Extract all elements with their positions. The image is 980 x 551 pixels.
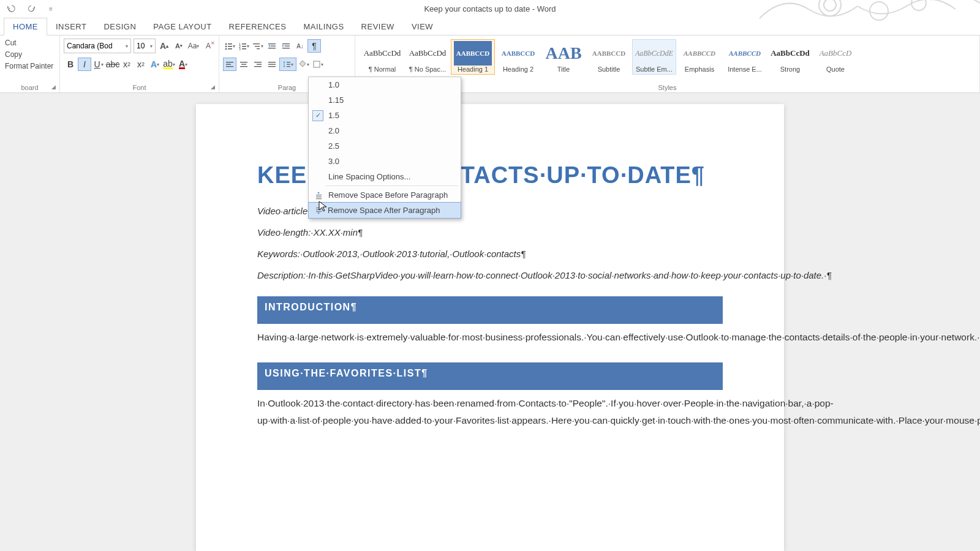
highlight-button[interactable]: ab▾ xyxy=(162,58,176,71)
line-spacing-2.5[interactable]: 2.5 xyxy=(309,138,461,154)
svg-rect-24 xyxy=(282,48,290,48)
svg-rect-16 xyxy=(253,43,260,44)
strikethrough-button[interactable]: abc xyxy=(106,58,119,71)
heading-introduction[interactable]: INTRODUCTION¶ xyxy=(257,296,723,324)
font-color-button[interactable]: A▾ xyxy=(176,58,190,71)
align-left-button[interactable] xyxy=(223,58,236,71)
line-spacing-2.0[interactable]: 2.0 xyxy=(309,123,461,138)
svg-rect-41 xyxy=(314,61,320,67)
subscript-button[interactable]: x2 xyxy=(120,58,134,71)
tab-page-layout[interactable]: PAGE LAYOUT xyxy=(145,18,220,35)
tab-home[interactable]: HOME xyxy=(4,18,47,36)
svg-rect-42 xyxy=(316,195,322,195)
clipboard-launcher[interactable]: ◢ xyxy=(50,84,57,91)
style--normal[interactable]: AaBbCcDd¶ Normal xyxy=(360,39,404,75)
clear-formatting-button[interactable]: A✕ xyxy=(202,39,214,53)
svg-rect-36 xyxy=(268,66,276,67)
heading-favorites[interactable]: USING·THE·FAVORITES·LIST¶ xyxy=(257,362,723,390)
tab-view[interactable]: VIEW xyxy=(403,18,442,35)
meta-line[interactable]: Keywords:·Outlook·2013,·Outlook·2013·tut… xyxy=(257,249,723,259)
group-label-font: Font◢ xyxy=(64,84,215,92)
tab-insert[interactable]: INSERT xyxy=(47,18,95,35)
remove-before-icon xyxy=(314,190,323,200)
svg-rect-5 xyxy=(228,43,232,45)
svg-rect-29 xyxy=(241,64,246,65)
font-size-combo[interactable]: 10▾ xyxy=(134,39,156,53)
copy-button[interactable]: Copy xyxy=(4,50,56,59)
svg-rect-22 xyxy=(282,43,290,44)
document-area[interactable]: KEEP·YOUR·CONTACTS·UP·TO·DATE¶ Video·art… xyxy=(0,93,980,551)
svg-rect-40 xyxy=(287,66,290,67)
shrink-font-button[interactable]: A▾ xyxy=(173,39,185,53)
redo-button[interactable] xyxy=(24,2,38,15)
body-paragraph[interactable]: In·Outlook·2013·the·contact·directory·ha… xyxy=(257,395,723,430)
style-subtitle[interactable]: AABBCCDSubtitle xyxy=(587,39,631,75)
borders-button[interactable]: ▾ xyxy=(311,58,325,71)
group-clipboard: Cut Copy Format Painter board◢ xyxy=(0,36,60,92)
shading-button[interactable]: ▾ xyxy=(297,58,311,71)
meta-line[interactable]: Description:·In·this·GetSharpVideo·you·w… xyxy=(257,270,723,280)
svg-rect-32 xyxy=(257,64,262,65)
style-emphasis[interactable]: AABBCCDEmphasis xyxy=(677,39,722,75)
tab-design[interactable]: DESIGN xyxy=(95,18,145,35)
style-title[interactable]: AABTitle xyxy=(541,39,586,75)
italic-button[interactable]: I xyxy=(78,58,91,71)
numbering-button[interactable]: 123▾ xyxy=(237,39,251,53)
bold-button[interactable]: B xyxy=(64,58,77,71)
svg-rect-45 xyxy=(316,208,322,208)
cut-button[interactable]: Cut xyxy=(4,38,56,48)
body-paragraph[interactable]: Having·a·large·network·is·extremely·valu… xyxy=(257,329,723,347)
line-spacing-options-item[interactable]: Line Spacing Options... xyxy=(309,169,461,184)
decrease-indent-button[interactable] xyxy=(265,39,279,53)
align-right-button[interactable] xyxy=(251,58,265,71)
svg-rect-21 xyxy=(268,48,276,48)
sort-button[interactable]: A↓ xyxy=(293,39,307,53)
remove-after-icon xyxy=(314,206,323,216)
remove-space-before-item[interactable]: Remove Space Before Paragraph xyxy=(309,187,461,203)
line-spacing-3.0[interactable]: 3.0 xyxy=(309,154,461,169)
meta-line[interactable]: Video·length:·XX.XX·min¶ xyxy=(257,227,723,238)
page[interactable]: KEEP·YOUR·CONTACTS·UP·TO·DATE¶ Video·art… xyxy=(196,104,784,551)
bullets-button[interactable]: ▾ xyxy=(223,39,236,53)
font-name-combo[interactable]: Candara (Bod▾ xyxy=(64,39,131,53)
svg-rect-25 xyxy=(226,62,233,62)
svg-rect-37 xyxy=(284,62,285,67)
tab-mailings[interactable]: MAILINGS xyxy=(295,18,352,35)
justify-button[interactable] xyxy=(265,58,279,71)
svg-rect-19 xyxy=(268,43,276,44)
line-spacing-1.15[interactable]: 1.15 xyxy=(309,92,461,108)
svg-point-1 xyxy=(824,0,836,11)
change-case-button[interactable]: Aa▾ xyxy=(187,39,200,53)
tab-review[interactable]: REVIEW xyxy=(353,18,403,35)
svg-rect-13 xyxy=(242,46,246,47)
text-effects-button[interactable]: A▾ xyxy=(148,58,162,71)
ribbon: Cut Copy Format Painter board◢ Candara (… xyxy=(0,36,980,93)
increase-indent-button[interactable] xyxy=(279,39,293,53)
svg-rect-7 xyxy=(228,46,232,47)
svg-rect-46 xyxy=(316,209,322,210)
multilevel-button[interactable]: ▾ xyxy=(251,39,265,53)
style-quote[interactable]: AaBbCcDQuote xyxy=(813,39,858,75)
line-spacing-1.5[interactable]: ✓1.5 xyxy=(309,108,461,123)
svg-point-0 xyxy=(819,0,841,16)
undo-button[interactable] xyxy=(5,2,18,15)
decorative-flourish xyxy=(747,0,980,31)
format-painter-button[interactable]: Format Painter xyxy=(4,61,56,71)
font-launcher[interactable]: ◢ xyxy=(209,84,216,91)
align-center-button[interactable] xyxy=(237,58,251,71)
line-spacing-1.0[interactable]: 1.0 xyxy=(309,77,461,92)
style-heading-2[interactable]: AABBCCDHeading 2 xyxy=(496,39,540,75)
style-heading-1[interactable]: AABBCCDHeading 1 xyxy=(451,39,495,75)
line-spacing-button[interactable]: ▾ xyxy=(279,58,296,71)
qat-customize[interactable]: ≡ xyxy=(44,2,58,15)
tab-references[interactable]: REFERENCES xyxy=(221,18,295,35)
style-subtle-em-[interactable]: AaBbCcDdESubtle Em... xyxy=(632,39,676,75)
style--no-spac-[interactable]: AaBbCcDd¶ No Spac... xyxy=(405,39,450,75)
style-strong[interactable]: AaBbCcDdStrong xyxy=(768,39,812,75)
style-intense-e-[interactable]: AABBCCDIntense E... xyxy=(723,39,767,75)
superscript-button[interactable]: x2 xyxy=(134,58,148,71)
remove-space-after-item[interactable]: Remove Space After Paragraph xyxy=(308,202,461,219)
show-hide-button[interactable]: ¶ xyxy=(307,39,321,53)
grow-font-button[interactable]: A▴ xyxy=(158,39,170,53)
underline-button[interactable]: U▾ xyxy=(92,58,105,71)
